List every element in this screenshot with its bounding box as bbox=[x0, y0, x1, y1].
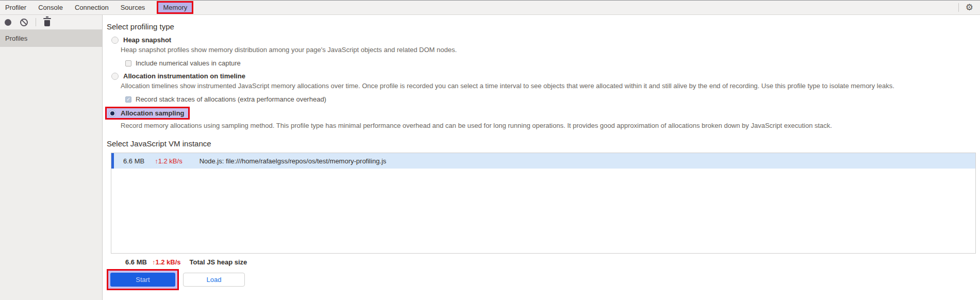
radio-icon-heap-snapshot[interactable] bbox=[111, 37, 119, 44]
tab-profiler[interactable]: Profiler bbox=[5, 2, 26, 13]
load-button[interactable]: Load bbox=[183, 273, 245, 287]
radio-icon-allocation-timeline[interactable] bbox=[111, 73, 119, 80]
action-buttons-row: Start Load bbox=[107, 269, 976, 290]
profiles-header-label: Profiles bbox=[5, 35, 27, 42]
radio-icon-allocation-sampling-selected[interactable] bbox=[109, 110, 116, 117]
total-allocation-rate: ↑1.2 kB/s bbox=[152, 258, 181, 266]
start-button[interactable]: Start bbox=[110, 273, 175, 287]
option-description: Heap snapshot profiles show memory distr… bbox=[121, 45, 976, 55]
main-split: Profiles Select profiling type Heap snap… bbox=[0, 15, 980, 300]
option-label: Allocation instrumentation on timeline bbox=[123, 72, 245, 80]
tab-sources[interactable]: Sources bbox=[121, 2, 145, 13]
tab-memory-active[interactable]: Memory bbox=[157, 1, 193, 14]
option-description: Record memory allocations using sampling… bbox=[121, 121, 976, 130]
checkbox-record-stack-traces: Record stack traces of allocations (extr… bbox=[125, 95, 976, 103]
vm-instance-table: 6.6 MB ↑1.2 kB/s Node.js: file:///home/r… bbox=[111, 153, 976, 254]
checkbox-label: Include numerical values in capture bbox=[136, 59, 241, 67]
checkbox-include-numerical-values[interactable]: Include numerical values in capture bbox=[125, 59, 976, 67]
sidebar-item-profiles[interactable]: Profiles bbox=[0, 30, 102, 47]
toolbar-divider bbox=[36, 18, 36, 26]
vm-allocation-rate: ↑1.2 kB/s bbox=[155, 157, 182, 165]
option-label: Heap snapshot bbox=[123, 36, 171, 44]
memory-panel-content: Select profiling type Heap snapshot Heap… bbox=[103, 15, 980, 300]
checkbox-icon-unchecked[interactable] bbox=[125, 60, 131, 66]
profiler-toolbar bbox=[0, 15, 102, 30]
tabbar-divider bbox=[958, 3, 959, 12]
tab-console[interactable]: Console bbox=[38, 2, 63, 13]
clear-icon[interactable] bbox=[20, 19, 28, 26]
record-icon[interactable] bbox=[5, 19, 11, 26]
tab-connection[interactable]: Connection bbox=[75, 2, 109, 13]
devtools-tab-bar: Profiler Console Connection Sources Memo… bbox=[0, 0, 980, 15]
vm-rate-value: 1.2 kB/s bbox=[158, 157, 182, 165]
profiles-sidebar: Profiles bbox=[0, 15, 103, 300]
option-description: Allocation timelines show instrumented J… bbox=[121, 81, 976, 91]
radio-option-allocation-sampling-annotated[interactable]: Allocation sampling bbox=[105, 107, 190, 120]
total-heap-size: 6.6 MB bbox=[125, 258, 147, 266]
checkbox-label: Record stack traces of allocations (extr… bbox=[136, 95, 326, 103]
vm-instance-row-selected[interactable]: 6.6 MB ↑1.2 kB/s Node.js: file:///home/r… bbox=[111, 153, 975, 169]
total-heap-row: 6.6 MB ↑1.2 kB/s Total JS heap size bbox=[125, 258, 976, 266]
gear-icon[interactable]: ⚙ bbox=[966, 3, 973, 12]
vm-instance-name: Node.js: file:///home/rafaelgss/repos/os… bbox=[200, 157, 387, 165]
option-label: Allocation sampling bbox=[121, 109, 185, 117]
profiling-type-heading: Select profiling type bbox=[107, 22, 976, 31]
trash-icon[interactable] bbox=[44, 20, 50, 26]
vm-heap-size: 6.6 MB bbox=[123, 157, 144, 165]
radio-option-heap-snapshot[interactable]: Heap snapshot bbox=[111, 36, 976, 44]
start-button-annotation: Start bbox=[107, 269, 179, 290]
vm-instance-heading: Select JavaScript VM instance bbox=[107, 139, 976, 148]
radio-option-allocation-timeline[interactable]: Allocation instrumentation on timeline bbox=[111, 72, 976, 80]
checkbox-icon-checked-disabled bbox=[125, 96, 131, 103]
tabbar-right-group: ⚙ bbox=[958, 3, 980, 12]
total-rate-value: 1.2 kB/s bbox=[155, 258, 180, 266]
total-heap-label: Total JS heap size bbox=[190, 258, 247, 266]
